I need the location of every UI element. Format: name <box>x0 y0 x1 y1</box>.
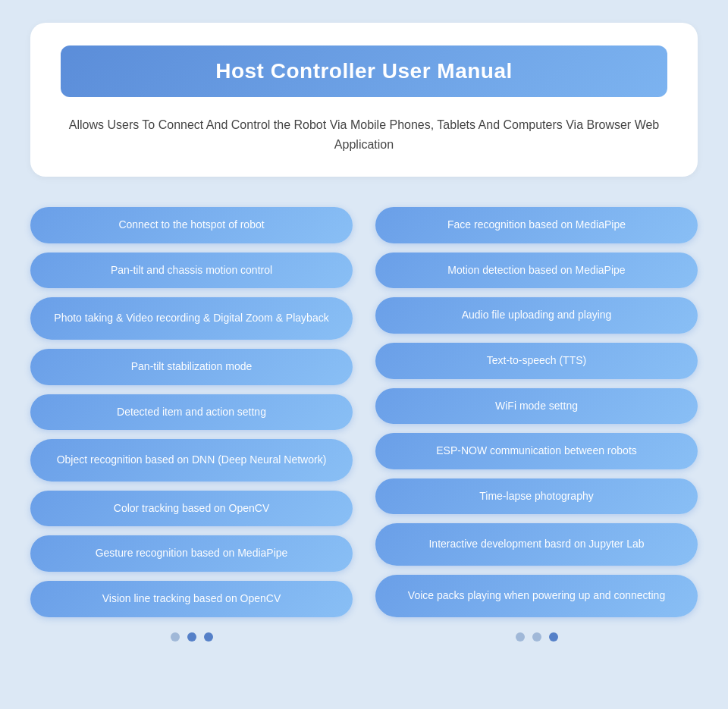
left-feature-btn-3[interactable]: Pan-tilt stabilization mode <box>30 349 353 385</box>
page-title: Host Controller User Manual <box>83 59 645 83</box>
right-dots <box>375 632 698 642</box>
right-feature-btn-4[interactable]: WiFi mode settng <box>375 388 698 425</box>
left-feature-btn-5[interactable]: Object recognition based on DNN (Deep Ne… <box>30 439 353 482</box>
page-wrapper: Host Controller User Manual Allows Users… <box>30 23 698 642</box>
left-dot-1[interactable] <box>187 632 196 642</box>
right-column: Face recognition based on MediaPipeMotio… <box>375 207 698 641</box>
header-subtitle: Allows Users To Connect And Control the … <box>61 115 667 154</box>
right-feature-btn-6[interactable]: Time-lapse photography <box>375 478 698 515</box>
left-feature-btn-7[interactable]: Gesture recognition based on MediaPipe <box>30 535 353 572</box>
right-feature-btn-0[interactable]: Face recognition based on MediaPipe <box>375 207 698 243</box>
right-feature-btn-2[interactable]: Audio file uploading and playing <box>375 297 698 334</box>
features-wrapper: Connect to the hotspot of robotPan-tilt … <box>30 207 698 641</box>
right-dot-0[interactable] <box>516 632 525 642</box>
header-card: Host Controller User Manual Allows Users… <box>30 23 698 177</box>
right-features-list: Face recognition based on MediaPipeMotio… <box>375 207 698 616</box>
left-features-list: Connect to the hotspot of robotPan-tilt … <box>30 207 353 616</box>
left-column: Connect to the hotspot of robotPan-tilt … <box>30 207 353 641</box>
right-feature-btn-8[interactable]: Voice packs playing when powering up and… <box>375 575 698 617</box>
left-feature-btn-8[interactable]: Vision line tracking based on OpenCV <box>30 581 353 617</box>
right-feature-btn-5[interactable]: ESP-NOW communication between robots <box>375 433 698 469</box>
right-feature-btn-3[interactable]: Text-to-speech (TTS) <box>375 343 698 379</box>
left-feature-btn-1[interactable]: Pan-tilt and chassis motion control <box>30 253 353 289</box>
left-dot-2[interactable] <box>204 632 213 642</box>
left-feature-btn-6[interactable]: Color tracking based on OpenCV <box>30 491 353 527</box>
left-feature-btn-0[interactable]: Connect to the hotspot of robot <box>30 207 353 243</box>
left-dot-0[interactable] <box>171 632 180 642</box>
left-feature-btn-2[interactable]: Photo taking & Video recording & Digital… <box>30 297 353 340</box>
left-feature-btn-4[interactable]: Detected item and action settng <box>30 394 353 431</box>
right-dot-1[interactable] <box>532 632 541 642</box>
right-feature-btn-1[interactable]: Motion detection based on MediaPipe <box>375 253 698 289</box>
left-dots <box>30 632 353 642</box>
header-title-bar: Host Controller User Manual <box>61 45 667 97</box>
right-feature-btn-7[interactable]: Interactive development basrd on Jupyter… <box>375 523 698 566</box>
right-dot-2[interactable] <box>549 632 558 642</box>
